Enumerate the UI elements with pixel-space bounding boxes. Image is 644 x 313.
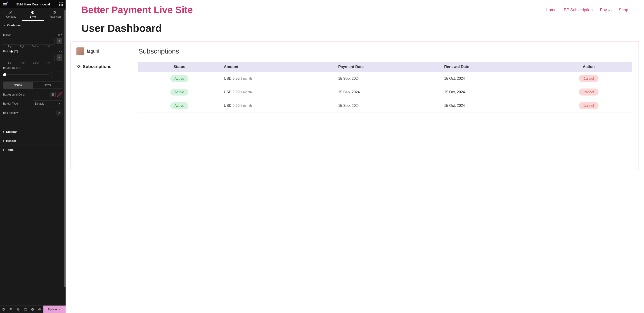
gear-icon — [53, 11, 56, 14]
th-amount: Amount — [220, 62, 335, 72]
checkmark-circle-icon — [31, 308, 34, 311]
widget-title: Subscriptions — [138, 47, 632, 55]
status-badge: Active — [170, 89, 188, 96]
tab-style[interactable]: Style — [22, 8, 44, 21]
site-header: Better Payment Live Site Home BP Subscri… — [66, 0, 644, 20]
padding-top-input[interactable] — [3, 55, 16, 61]
site-nav: Home BP Subscription Pay Shop — [546, 8, 628, 12]
slider-knob[interactable] — [3, 73, 6, 76]
nav-home[interactable]: Home — [546, 8, 556, 12]
panel-header: Edit User Dashboard — [0, 0, 66, 8]
padding-unit[interactable]: px — [58, 50, 62, 53]
layers-icon — [9, 308, 12, 311]
navigator-button[interactable] — [7, 308, 14, 311]
responsive-icon[interactable] — [14, 50, 18, 53]
section-container[interactable]: Container — [0, 21, 66, 30]
sidebar-item-label: Subscriptions — [83, 64, 112, 69]
notification-dot — [6, 1, 8, 3]
cancel-button[interactable]: Cancel — [579, 102, 598, 109]
preview-button[interactable] — [36, 308, 44, 311]
cell-payment-date: 15 Sep, 2024 — [335, 99, 441, 113]
padding-label: Padding — [3, 50, 18, 53]
margin-bottom-input[interactable] — [29, 38, 42, 44]
th-renewal-date: Renewal Date — [440, 62, 545, 72]
site-brand[interactable]: Better Payment Live Site — [82, 4, 193, 15]
section-sidebar[interactable]: Sidebar — [0, 127, 66, 136]
box-shadow-edit-button[interactable] — [56, 110, 62, 116]
padding-left-input[interactable] — [42, 55, 55, 61]
state-toggle: Normal Hover — [3, 82, 62, 89]
margin-left-input[interactable] — [42, 38, 55, 44]
pencil-icon — [9, 11, 13, 14]
cell-payment-date: 15 Sep, 2024 — [335, 72, 441, 85]
table-header-row: Status Amount Payment Date Renewal Date … — [138, 62, 632, 72]
border-radius-slider[interactable] — [3, 75, 49, 75]
apps-icon[interactable] — [59, 2, 63, 6]
th-action: Action — [545, 62, 632, 72]
border-radius-row: Border Radius — [3, 67, 62, 70]
padding-inputs — [3, 55, 55, 61]
padding-row: Padding px — [3, 50, 62, 53]
cell-renewal-date: 15 Oct, 2024 — [440, 72, 545, 85]
margin-right-input[interactable] — [16, 38, 29, 44]
margin-label: Margin — [3, 33, 16, 36]
nav-shop[interactable]: Shop — [619, 8, 628, 12]
global-color-button[interactable] — [50, 92, 56, 97]
margin-top-input[interactable] — [3, 38, 16, 44]
cell-amount: USD 9.99/1 month — [220, 99, 335, 113]
state-hover[interactable]: Hover — [33, 82, 62, 89]
border-type-select[interactable]: Default — [33, 101, 62, 107]
table-row: ActiveUSD 9.99/1 month15 Sep, 202415 Oct… — [138, 99, 632, 113]
margin-unit[interactable]: px — [58, 33, 62, 36]
bg-color-label: Background Color — [3, 93, 25, 96]
cancel-button[interactable]: Cancel — [579, 75, 598, 82]
globe-icon — [51, 93, 54, 96]
panel-footer: Update — [0, 305, 66, 313]
padding-bottom-input[interactable] — [29, 55, 42, 61]
page-title: User Dashboard — [66, 20, 644, 39]
sidebar-item-subscriptions[interactable]: Subscriptions — [76, 64, 126, 69]
th-payment-date: Payment Date — [335, 62, 441, 72]
chevron-up-icon — [58, 308, 61, 311]
contrast-icon — [31, 11, 34, 14]
gear-icon — [2, 308, 5, 311]
padding-right-input[interactable] — [16, 55, 29, 61]
status-badge: Active — [170, 75, 188, 82]
update-button[interactable]: Update — [44, 306, 66, 313]
border-radius-input[interactable] — [52, 72, 62, 78]
responsive-icon[interactable] — [13, 34, 16, 36]
border-radius-label: Border Radius — [3, 67, 20, 70]
subscriptions-table: Status Amount Payment Date Renewal Date … — [138, 62, 632, 113]
section-header[interactable]: Header — [0, 136, 66, 145]
tab-content[interactable]: Content — [0, 8, 22, 21]
widget-sidebar: faguni Subscriptions — [71, 42, 132, 170]
color-picker-button[interactable] — [57, 92, 62, 97]
state-normal[interactable]: Normal — [4, 82, 33, 89]
cell-renewal-date: 15 Oct, 2024 — [440, 85, 545, 99]
link-icon — [58, 39, 61, 42]
avatar — [76, 47, 84, 55]
nav-bp-subscription[interactable]: BP Subscription — [564, 8, 593, 12]
preview-changes-button[interactable] — [29, 308, 36, 311]
responsive-button[interactable] — [22, 308, 29, 311]
cell-amount: USD 9.99/1 month — [220, 72, 335, 85]
history-icon — [16, 308, 20, 311]
nav-pay[interactable]: Pay — [600, 8, 612, 12]
history-button[interactable] — [14, 308, 22, 311]
cancel-button[interactable]: Cancel — [579, 89, 598, 96]
tag-icon — [76, 65, 80, 69]
padding-link-button[interactable] — [56, 54, 62, 61]
menu-icon[interactable] — [3, 3, 7, 6]
border-radius-slider-row — [3, 72, 62, 78]
margin-link-button[interactable] — [56, 38, 62, 44]
padding-sublabels: TopRightBottomLeft — [3, 62, 62, 64]
box-shadow-label: Box Shadow — [3, 111, 18, 115]
cell-amount: USD 9.99/1 month — [220, 85, 335, 99]
user-dashboard-widget: faguni Subscriptions Subscriptions Statu… — [70, 41, 639, 170]
devices-icon — [24, 308, 27, 311]
editor-panel: Edit User Dashboard Content Style Advanc… — [0, 0, 66, 313]
tab-advanced[interactable]: Advanced — [44, 8, 66, 21]
border-type-row: Border Type Default — [3, 101, 62, 107]
section-table[interactable]: Table — [0, 145, 66, 154]
settings-button[interactable] — [0, 308, 7, 311]
